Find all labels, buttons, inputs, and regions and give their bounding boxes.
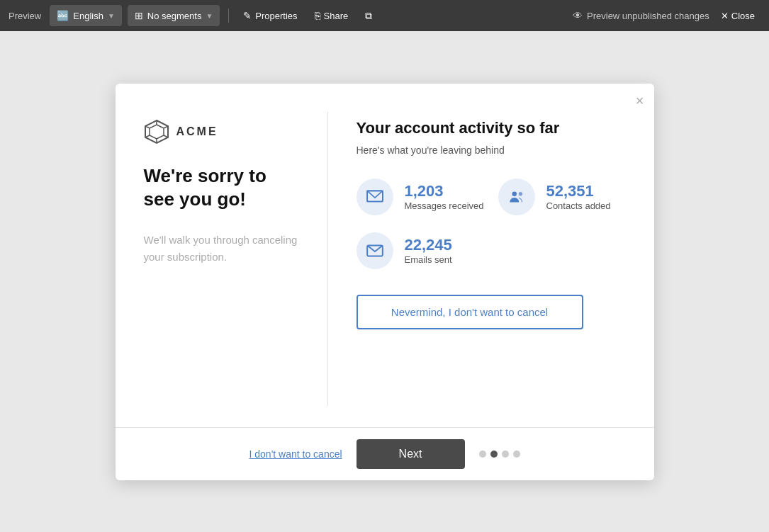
properties-icon: ✎ xyxy=(243,10,252,21)
svg-point-10 xyxy=(518,191,522,195)
dialog-close-icon: × xyxy=(636,93,644,108)
language-icon: 🔤 xyxy=(57,10,69,21)
stat-emails: 22,245 Emails sent xyxy=(357,232,484,269)
preview-label: Preview xyxy=(9,11,41,21)
dot-2 xyxy=(490,451,498,458)
copy-button[interactable]: ⧉ xyxy=(359,7,378,25)
svg-point-9 xyxy=(512,191,517,196)
properties-button[interactable]: ✎ Properties xyxy=(237,7,303,24)
messages-label: Messages received xyxy=(405,200,484,211)
segments-dropdown[interactable]: ⊞ No segments ▼ xyxy=(128,5,220,26)
svg-marker-1 xyxy=(150,125,164,139)
next-label: Next xyxy=(399,448,422,460)
headline: We're sorry to see you go! xyxy=(144,164,299,213)
close-button[interactable]: ✕ Close xyxy=(715,8,760,24)
toolbar: Preview 🔤 English ▼ ⊞ No segments ▼ ✎ Pr… xyxy=(0,0,769,31)
stats-grid: 1,203 Messages received xyxy=(357,179,626,269)
cancel-link-button[interactable]: I don't want to cancel xyxy=(249,448,342,460)
stat-emails-content: 22,245 Emails sent xyxy=(405,236,452,265)
dot-1 xyxy=(479,451,486,458)
contacts-icon-bg xyxy=(498,179,535,215)
main-area: × ACME xyxy=(0,31,769,532)
subtext: We'll walk you through canceling your su… xyxy=(144,232,299,266)
contacts-label: Contacts added xyxy=(546,200,611,211)
segments-icon: ⊞ xyxy=(135,10,143,21)
emails-icon-bg xyxy=(357,232,393,269)
stat-contacts-content: 52,351 Contacts added xyxy=(546,182,611,211)
emails-label: Emails sent xyxy=(405,254,452,265)
dialog-body: ACME We're sorry to see you go! We'll wa… xyxy=(116,84,654,427)
segments-value: No segments xyxy=(147,11,202,21)
left-panel: ACME We're sorry to see you go! We'll wa… xyxy=(116,112,328,406)
pagination-dots xyxy=(479,451,520,458)
next-button[interactable]: Next xyxy=(357,439,465,469)
copy-icon: ⧉ xyxy=(365,10,372,22)
stat-messages-content: 1,203 Messages received xyxy=(405,182,484,211)
language-value: English xyxy=(73,11,103,21)
emails-icon xyxy=(366,242,384,260)
logo-area: ACME xyxy=(144,119,299,145)
messages-icon xyxy=(366,188,384,206)
right-title: Your account activity so far xyxy=(357,119,626,137)
nevermind-label: Nevermind, I don't want to cancel xyxy=(391,306,548,318)
dialog: × ACME xyxy=(116,84,654,480)
separator-1 xyxy=(228,9,229,23)
dialog-footer: I don't want to cancel Next xyxy=(116,427,654,480)
contacts-icon xyxy=(507,188,526,206)
dot-3 xyxy=(502,451,509,458)
chevron-down-icon: ▼ xyxy=(108,12,115,20)
close-icon: ✕ xyxy=(721,11,729,21)
logo-text: ACME xyxy=(176,125,218,138)
share-icon: ⎘ xyxy=(315,10,320,21)
share-button[interactable]: ⎘ Share xyxy=(309,7,354,24)
dot-4 xyxy=(513,451,520,458)
contacts-number: 52,351 xyxy=(546,182,611,200)
preview-unpublished: 👁 Preview unpublished changes xyxy=(573,10,709,21)
properties-label: Properties xyxy=(255,11,297,21)
eye-icon: 👁 xyxy=(573,10,583,21)
close-label: Close xyxy=(731,11,755,21)
dialog-close-button[interactable]: × xyxy=(636,94,644,108)
share-label: Share xyxy=(324,11,349,21)
preview-unpublished-label: Preview unpublished changes xyxy=(587,11,709,21)
acme-logo-icon xyxy=(144,119,169,145)
nevermind-button[interactable]: Nevermind, I don't want to cancel xyxy=(357,295,583,329)
right-panel: Your account activity so far Here's what… xyxy=(328,112,654,406)
stat-contacts: 52,351 Contacts added xyxy=(498,179,626,215)
messages-icon-bg xyxy=(357,179,393,215)
right-subtitle: Here's what you're leaving behind xyxy=(357,145,626,156)
chevron-down-icon-2: ▼ xyxy=(206,12,213,20)
messages-number: 1,203 xyxy=(405,182,484,200)
language-dropdown[interactable]: 🔤 English ▼ xyxy=(50,5,122,26)
stat-messages: 1,203 Messages received xyxy=(357,179,484,215)
cancel-link-label: I don't want to cancel xyxy=(249,448,342,460)
emails-number: 22,245 xyxy=(405,236,452,254)
